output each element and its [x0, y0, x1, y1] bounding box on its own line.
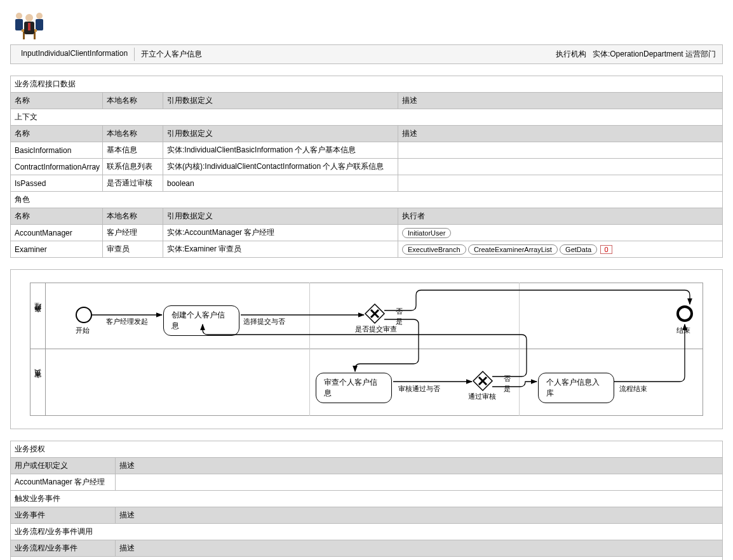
- title-code: InputIndividualClientInformation: [15, 48, 135, 61]
- bpmn-task-review: 审查个人客户信息: [316, 373, 392, 403]
- hdr-desc: 描述: [116, 507, 723, 524]
- table-row: AccountManager 客户经理: [11, 474, 723, 491]
- label-start: 开始: [76, 326, 90, 335]
- label-passornot: 审核通过与否: [398, 384, 440, 394]
- hdr-name: 名称: [11, 126, 103, 142]
- hdr-executor: 执行者: [398, 208, 723, 225]
- cell-local: 是否通过审核: [103, 175, 163, 192]
- table-row: IsPassed是否通过审核boolean: [11, 175, 723, 192]
- svg-rect-3: [36, 19, 43, 30]
- app-icon: [10, 10, 48, 42]
- bpmn-end: [676, 305, 693, 322]
- hdr-name: 名称: [11, 208, 103, 225]
- executor-pill: CreateExaminerArrayList: [468, 244, 558, 255]
- hdr-ref: 引用数据定义: [163, 126, 398, 142]
- label-choose: 选择提交与否: [243, 317, 285, 326]
- section-auth: 业务授权: [10, 441, 723, 457]
- svg-point-2: [36, 13, 43, 19]
- label-yes2: 是: [504, 384, 511, 394]
- table-row: AccountManager客户经理实体:AccountManager 客户经理…: [11, 225, 723, 241]
- hdr-local: 本地名称: [103, 126, 163, 142]
- svg-rect-1: [15, 19, 23, 30]
- table-row: ContractInformationArray联系信息列表实体(内核):Ind…: [11, 159, 723, 175]
- auth-table: 用户或任职定义 描述 AccountManager 客户经理: [10, 457, 723, 491]
- hdr-name: 名称: [11, 93, 103, 109]
- cell-name: IsPassed: [11, 175, 103, 192]
- interface-table: 名称 本地名称 引用数据定义 描述: [10, 92, 723, 109]
- cell-name: ContractInformationArray: [11, 159, 103, 175]
- label-flowend: 流程结束: [619, 384, 647, 394]
- invoke-table: 业务流程/业务事件 描述: [10, 540, 723, 557]
- cell-desc: [116, 474, 723, 491]
- executor-index: 0: [600, 245, 612, 254]
- bpmn-diagram: 客户经理 审查员 开始 创建个人客户信息 是否提交审查 审查个人客户信息 通过审…: [10, 269, 723, 429]
- cell-ref: 实体:AccountManager 客户经理: [163, 225, 398, 241]
- bpmn-start: [76, 307, 92, 323]
- cell-ref: 实体:Examiner 审查员: [163, 241, 398, 258]
- title-bar: InputIndividualClientInformation 开立个人客户信…: [10, 44, 723, 64]
- cell-desc: [398, 159, 723, 175]
- cell-local: 基本信息: [103, 142, 163, 159]
- cell-executor: ExecutiveBranch CreateExaminerArrayList …: [398, 241, 723, 258]
- cell-name: Examiner: [11, 241, 103, 258]
- hdr-auth-user: 用户或任职定义: [11, 458, 116, 474]
- svg-point-7: [25, 14, 33, 22]
- label-yes1: 是: [396, 317, 403, 326]
- label-no1: 否: [396, 307, 403, 316]
- svg-rect-9: [28, 23, 30, 30]
- context-table: 名称 本地名称 引用数据定义 描述 BasicInformation基本信息实体…: [10, 125, 723, 192]
- section-service: 服务程序调用: [10, 557, 723, 560]
- hdr-desc: 描述: [398, 126, 723, 142]
- label-no2: 否: [504, 374, 511, 383]
- hdr-invoke-item: 业务流程/业务事件: [11, 540, 116, 557]
- hdr-local: 本地名称: [103, 93, 163, 109]
- label-gate2: 通过审核: [468, 392, 496, 401]
- exec-org: 执行机构 实体:OperationDepartment 运营部门: [556, 49, 718, 60]
- bpmn-task-store: 个人客户信息入库: [538, 373, 614, 403]
- section-trigger: 触发业务事件: [10, 491, 723, 507]
- cell-user: AccountManager 客户经理: [11, 474, 116, 491]
- cell-ref: boolean: [163, 175, 398, 192]
- bpmn-gateway-pass: [473, 371, 492, 390]
- title-name: 开立个人客户信息: [135, 48, 208, 61]
- hdr-local: 本地名称: [103, 208, 163, 225]
- cell-local: 审查员: [103, 241, 163, 258]
- hdr-ref: 引用数据定义: [163, 208, 398, 225]
- cell-executor: InitiatorUser: [398, 225, 723, 241]
- roles-table: 名称 本地名称 引用数据定义 执行者 AccountManager客户经理实体:…: [10, 208, 723, 258]
- section-context: 上下文: [10, 109, 723, 125]
- section-roles: 角色: [10, 192, 723, 208]
- cell-ref: 实体(内核):IndividualClientContactInformatio…: [163, 159, 398, 175]
- hdr-trigger-event: 业务事件: [11, 507, 116, 524]
- label-end: 结束: [676, 326, 690, 335]
- lane-label-manager: 客户经理: [30, 283, 46, 349]
- table-row: Examiner审查员实体:Examiner 审查员ExecutiveBranc…: [11, 241, 723, 258]
- hdr-desc: 描述: [116, 458, 723, 474]
- hdr-desc: 描述: [398, 93, 723, 109]
- table-row: BasicInformation基本信息实体:IndividualClientB…: [11, 142, 723, 159]
- executor-pill: GetData: [560, 244, 597, 255]
- executor-pill: InitiatorUser: [402, 228, 451, 238]
- cell-ref: 实体:IndividualClientBasicInformation 个人客户…: [163, 142, 398, 159]
- hdr-desc: 描述: [116, 540, 723, 557]
- section-invoke: 业务流程/业务事件调用: [10, 524, 723, 540]
- cell-desc: [398, 142, 723, 159]
- label-initiate: 客户经理发起: [106, 317, 148, 326]
- cell-local: 联系信息列表: [103, 159, 163, 175]
- cell-local: 客户经理: [103, 225, 163, 241]
- bpmn-gateway-submit: [365, 304, 384, 323]
- bpmn-task-create: 创建个人客户信息: [163, 305, 239, 336]
- section-interface: 业务流程接口数据: [10, 76, 723, 92]
- label-gate1: 是否提交审查: [355, 324, 397, 334]
- executor-pill: ExecutiveBranch: [402, 244, 466, 255]
- cell-name: AccountManager: [11, 225, 103, 241]
- cell-name: BasicInformation: [11, 142, 103, 159]
- svg-point-0: [16, 13, 22, 19]
- cell-desc: [398, 175, 723, 192]
- lane-label-examiner: 审查员: [30, 349, 46, 415]
- trigger-table: 业务事件 描述: [10, 507, 723, 524]
- hdr-ref: 引用数据定义: [163, 93, 398, 109]
